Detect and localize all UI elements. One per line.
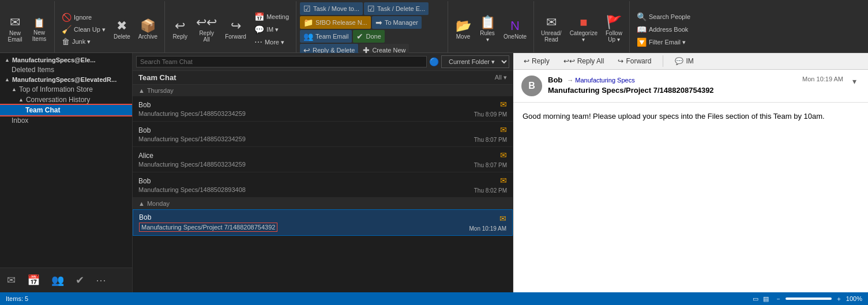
address-book-icon: 📖 <box>637 25 647 34</box>
new-email-button[interactable]: ✉ New Email <box>3 15 27 44</box>
nav-more-button[interactable]: ⋯ <box>93 272 108 289</box>
search-people-icon: 🔍 <box>637 12 647 21</box>
im-button[interactable]: 💬IM ▾ <box>251 24 292 35</box>
new-email-icon: ✉ <box>10 16 20 29</box>
email-item-mon1[interactable]: Bob Manufacturing Specs/Project 7/148820… <box>133 209 513 236</box>
new-items-button[interactable]: 📋 New Items <box>28 16 51 43</box>
sidebar-item-team-chat[interactable]: Team Chat <box>0 105 132 115</box>
reading-time: Mon 10:19 AM <box>802 76 843 82</box>
top-store-icon: ▲ <box>12 86 17 92</box>
junk-button[interactable]: 🗑Junk ▾ <box>58 36 109 47</box>
im-icon: 💬 <box>254 25 264 34</box>
reading-from-name: Bob <box>548 76 562 84</box>
sidebar: ▲ ManufacturingSpecs@Ele... Deleted Item… <box>0 53 133 292</box>
forward-button[interactable]: ↪ Forward <box>221 18 250 41</box>
filter-icon: 🔽 <box>637 37 647 47</box>
reply-button[interactable]: ↩ Reply <box>168 18 191 41</box>
forward-icon: ↪ <box>231 20 241 32</box>
delete-button[interactable]: ✖ Delete <box>110 18 134 41</box>
search-people-button[interactable]: 🔍 Search People <box>633 11 694 22</box>
email-icon-mon1: ✉ <box>499 214 506 223</box>
group-collapse-icon: ▲ <box>138 87 145 94</box>
done-button[interactable]: ✔Done <box>353 30 384 43</box>
reading-reply-button[interactable]: ↩ Reply <box>519 55 554 67</box>
sidebar-item-account1[interactable]: ▲ ManufacturingSpecs@Ele... <box>0 55 132 65</box>
categorize-button[interactable]: ■ Categorize ▾ <box>566 15 601 44</box>
meeting-button[interactable]: 📅Meeting <box>251 11 292 22</box>
reading-header-info: Bob → Manufacturing Specs Manufacturing … <box>548 76 796 95</box>
delete-icon: ✖ <box>117 20 127 32</box>
sidebar-item-account2[interactable]: ▲ ManufacturingSpecs@ElevatedR... <box>0 75 132 84</box>
email-item-thu3[interactable]: Alice Manufacturing Specs/1488503234259 … <box>133 147 513 172</box>
reading-to-label[interactable]: Manufacturing Specs <box>575 77 634 84</box>
reading-forward-button[interactable]: ↪ Forward <box>613 55 656 67</box>
onenote-icon: N <box>510 20 520 32</box>
ignore-icon: 🚫 <box>62 13 72 22</box>
ignore-button[interactable]: 🚫Ignore <box>58 12 109 23</box>
nav-tasks-button[interactable]: ✔ <box>73 272 87 289</box>
search-input[interactable] <box>136 56 427 67</box>
reading-header: B Bob → Manufacturing Specs Manufacturin… <box>513 70 868 103</box>
view-normal-icon[interactable]: ▭ <box>753 295 758 303</box>
follow-up-button[interactable]: 🚩 Follow Up ▾ <box>602 15 626 44</box>
sfbo-button[interactable]: 📁SfBO Release N... <box>300 16 371 29</box>
archive-button[interactable]: 📦 Archive <box>135 18 161 41</box>
move-icon: 📂 <box>456 20 471 32</box>
reading-im-button[interactable]: 💬 IM <box>670 55 698 67</box>
nav-calendar-button[interactable]: 📅 <box>25 272 42 289</box>
address-book-button[interactable]: 📖 Address Book <box>633 24 694 35</box>
email-item-thu1[interactable]: Bob Manufacturing Specs/1488503234259 ✉ … <box>133 96 513 122</box>
expand-button[interactable]: ▾ <box>849 76 860 87</box>
email-icon-thu2: ✉ <box>500 125 507 134</box>
view-compact-icon[interactable]: ▤ <box>763 295 769 303</box>
reading-forward-icon: ↪ <box>618 57 623 65</box>
reply-all-button[interactable]: ↩↩ Reply All <box>193 15 220 44</box>
junk-icon: 🗑 <box>62 37 70 46</box>
toolbar-separator <box>663 55 663 67</box>
archive-icon: 📦 <box>140 20 156 32</box>
search-icon[interactable]: 🔵 <box>429 57 439 66</box>
sidebar-item-conv-history[interactable]: ▲ Conversation History <box>0 95 132 105</box>
reply-icon: ↩ <box>175 20 185 32</box>
nav-mail-button[interactable]: ✉ <box>5 272 18 289</box>
to-manager-icon: ➡ <box>375 18 382 27</box>
task-delete-button[interactable]: ☑Task / Delete E... <box>364 2 429 15</box>
unread-read-button[interactable]: ✉ Unread/ Read <box>538 15 565 44</box>
status-bar: Items: 5 ▭ ▤ － ＋ 100% <box>0 292 868 305</box>
email-item-thu2[interactable]: Bob Manufacturing Specs/1488503234259 ✉ … <box>133 122 513 147</box>
more-icon: ⋯ <box>254 37 262 47</box>
items-count: Items: 5 <box>6 295 28 302</box>
more-button[interactable]: ⋯More ▾ <box>251 36 292 48</box>
reading-toolbar: ↩ Reply ↩↩ Reply All ↪ Forward 💬 IM <box>513 53 868 70</box>
zoom-slider[interactable] <box>786 298 832 300</box>
email-item-thu4[interactable]: Bob Manufacturing Specs/1488502893408 ✉ … <box>133 172 513 198</box>
nav-people-button[interactable]: 👥 <box>49 272 66 289</box>
email-icon-thu4: ✉ <box>500 176 507 185</box>
zoom-in-button[interactable]: ＋ <box>834 295 844 303</box>
team-email-button[interactable]: 👥Team Email <box>300 30 352 43</box>
reading-reply-all-button[interactable]: ↩↩ Reply All <box>559 55 609 67</box>
folder-selector[interactable]: Current Folder ▾ <box>441 55 509 68</box>
sidebar-item-top-store[interactable]: ▲ Top of Information Store <box>0 84 132 95</box>
rules-icon: 📋 <box>480 16 495 29</box>
cleanup-icon: 🧹 <box>62 25 72 34</box>
sfbo-icon: 📁 <box>303 18 313 27</box>
team-email-icon: 👥 <box>303 32 313 41</box>
move-button[interactable]: 📂 Move <box>452 18 475 41</box>
rules-button[interactable]: 📋 Rules ▾ <box>476 15 499 44</box>
filter-email-button[interactable]: 🔽 Filter Email ▾ <box>633 36 694 48</box>
email-filter-btn[interactable]: All ▾ <box>495 74 507 81</box>
sidebar-nav: ✉ 📅 👥 ✔ ⋯ <box>0 268 132 292</box>
cleanup-button[interactable]: 🧹Clean Up ▾ <box>58 24 109 35</box>
task-move-icon: ☑ <box>303 4 311 13</box>
email-list-panel: 🔵 Current Folder ▾ Team Chat All ▾ ▲ Thu… <box>133 53 513 292</box>
zoom-out-button[interactable]: － <box>773 295 783 303</box>
email-group-monday: ▲ Monday <box>133 198 513 209</box>
zoom-level: 100% <box>846 295 862 302</box>
done-icon: ✔ <box>356 32 363 41</box>
onenote-button[interactable]: N OneNote <box>500 18 530 41</box>
sidebar-item-deleted[interactable]: Deleted Items <box>0 65 132 75</box>
to-manager-button[interactable]: ➡To Manager <box>372 16 422 29</box>
sidebar-item-inbox[interactable]: Inbox <box>0 115 132 126</box>
task-move-button[interactable]: ☑Task / Move to... <box>300 2 363 15</box>
